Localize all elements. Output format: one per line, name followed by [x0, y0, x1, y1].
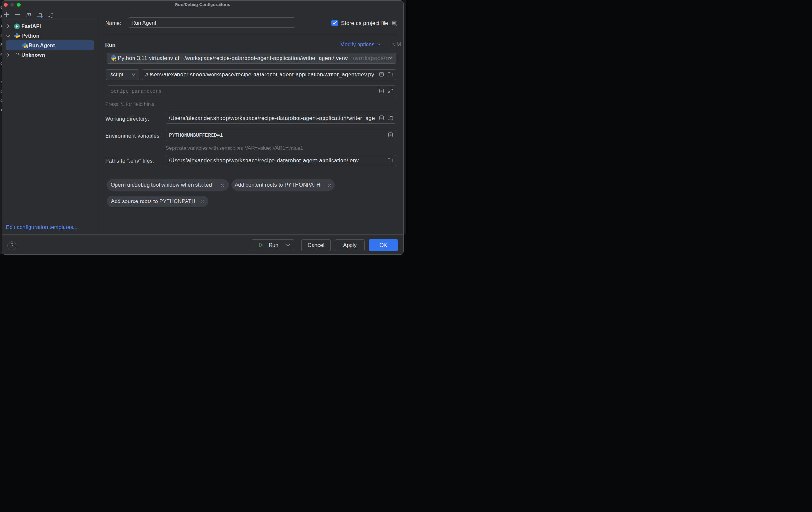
svg-text:z: z [51, 15, 53, 18]
svg-text:v: v [115, 58, 116, 61]
svg-text:a: a [51, 12, 53, 15]
